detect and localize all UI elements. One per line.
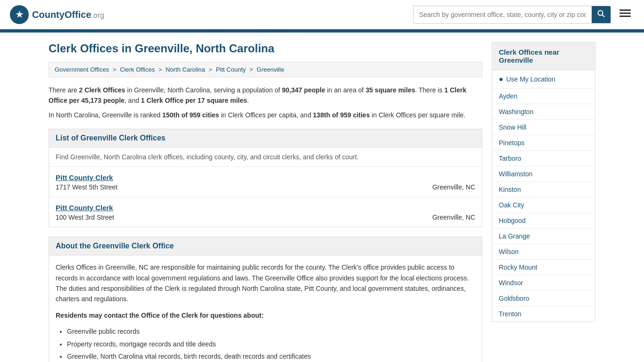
sidebar-item-washington: Washington: [492, 104, 595, 120]
list-desc: Find Greenville, North Carolina clerk of…: [49, 148, 482, 167]
clerk-address-2: 100 West 3rd Street: [56, 214, 114, 221]
sidebar-link-lagrange[interactable]: La Grange: [499, 232, 530, 240]
sidebar-item-wilson: Wilson: [492, 244, 595, 260]
list-section-header: List of Greenville Clerk Offices: [49, 129, 482, 148]
breadcrumb-sep3: >: [209, 66, 214, 73]
breadcrumb-nc[interactable]: North Carolina: [165, 66, 205, 73]
clerk-city-2: Greenville, NC: [432, 214, 475, 221]
sidebar-item-pinetops: Pinetops: [492, 135, 595, 151]
sidebar-link-wilson[interactable]: Wilson: [499, 248, 519, 255]
logo-text: CountyOffice.org: [32, 9, 104, 20]
sidebar-item-windsor: Windsor: [492, 275, 595, 291]
about-paragraph: Clerks Offices in Greenville, NC are res…: [56, 262, 475, 304]
header: ★ CountyOffice.org: [0, 0, 644, 31]
clerk-address-1: 1717 West 5th Street: [56, 183, 117, 191]
breadcrumb-sep1: >: [113, 66, 118, 73]
sidebar-item-kinston: Kinston: [492, 182, 595, 197]
list-section: Find Greenville, North Carolina clerk of…: [49, 148, 482, 227]
logo-area: ★ CountyOffice.org: [9, 5, 104, 25]
sidebar-link-pinetops[interactable]: Pinetops: [499, 139, 524, 147]
sidebar-item-oakcity: Oak City: [492, 197, 595, 213]
about-list: Greenville public records Property recor…: [56, 326, 475, 362]
breadcrumb-gov-offices[interactable]: Government Offices: [55, 66, 109, 73]
breadcrumb-clerk-offices[interactable]: Clerk Offices: [120, 66, 155, 73]
description: There are 2 Clerk Offices in Greenville,…: [49, 85, 482, 120]
list-item-2: Property records, mortgage records and t…: [67, 339, 475, 349]
content-wrapper: Clerk Offices in Greenville, North Carol…: [39, 33, 605, 362]
contact-header: Residents may contact the Office of the …: [56, 312, 264, 319]
main-content: Clerk Offices in Greenville, North Carol…: [49, 42, 482, 362]
sidebar-link-washington[interactable]: Washington: [499, 108, 533, 115]
sidebar-item-goldsboro: Goldsboro: [492, 291, 595, 306]
svg-text:★: ★: [16, 10, 24, 19]
svg-rect-6: [619, 16, 631, 17]
sidebar-link-snowhill[interactable]: Snow Hill: [499, 123, 526, 131]
header-right: [413, 6, 635, 24]
use-my-location-link[interactable]: Use My Location: [506, 75, 555, 83]
sidebar-link-windsor[interactable]: Windsor: [499, 279, 523, 287]
sidebar-header: Clerk Offices near Greenville: [492, 42, 595, 70]
breadcrumb: Government Offices > Clerk Offices > Nor…: [49, 62, 482, 77]
sidebar-link-kinston[interactable]: Kinston: [499, 186, 521, 193]
location-pin-icon: ●: [499, 75, 504, 83]
sidebar-link-ayden[interactable]: Ayden: [499, 92, 517, 100]
page-title: Clerk Offices in Greenville, North Carol…: [49, 42, 482, 55]
sidebar-link-oakcity[interactable]: Oak City: [499, 201, 524, 209]
sidebar-link-tarboro[interactable]: Tarboro: [499, 155, 521, 162]
clerk-entry-1: Pitt County Clerk 1717 West 5th Street G…: [49, 167, 482, 197]
search-icon: [597, 10, 605, 17]
breadcrumb-sep4: >: [249, 66, 255, 73]
sidebar-link-goldsboro[interactable]: Goldsboro: [499, 295, 529, 302]
sidebar-list: ● Use My Location Ayden Washington Snow …: [492, 70, 595, 322]
use-my-location-item: ● Use My Location: [492, 70, 595, 89]
breadcrumb-pitt[interactable]: Pitt County: [216, 66, 246, 73]
sidebar-item-lagrange: La Grange: [492, 229, 595, 244]
breadcrumb-greenville[interactable]: Greenville: [256, 66, 284, 73]
menu-button[interactable]: [616, 6, 635, 24]
sidebar-link-williamston[interactable]: Williamston: [499, 170, 533, 178]
svg-rect-5: [619, 13, 631, 14]
clerk-name-1[interactable]: Pitt County Clerk: [56, 173, 475, 181]
about-section: Clerks Offices in Greenville, NC are res…: [49, 255, 482, 362]
logo-icon: ★: [9, 5, 29, 25]
sidebar-item-williamston: Williamston: [492, 166, 595, 182]
svg-rect-4: [619, 9, 631, 11]
about-content: Clerks Offices in Greenville, NC are res…: [49, 255, 482, 362]
search-input[interactable]: [413, 7, 592, 22]
sidebar-link-trenton[interactable]: Trenton: [499, 310, 521, 318]
sidebar-item-trenton: Trenton: [492, 306, 595, 321]
clerk-name-2[interactable]: Pitt County Clerk: [56, 204, 475, 212]
sidebar-item-rockymount: Rocky Mount: [492, 260, 595, 275]
clerk-entry-2: Pitt County Clerk 100 West 3rd Street Gr…: [49, 197, 482, 227]
sidebar-item-ayden: Ayden: [492, 89, 595, 104]
svg-line-3: [603, 15, 605, 17]
about-section-header: About the Greenville Clerk Office: [49, 237, 482, 255]
sidebar-item-snowhill: Snow Hill: [492, 120, 595, 135]
svg-point-2: [598, 11, 603, 16]
sidebar-link-hobgood[interactable]: Hobgood: [499, 217, 526, 224]
breadcrumb-sep2: >: [158, 66, 164, 73]
sidebar-link-rockymount[interactable]: Rocky Mount: [499, 263, 537, 271]
list-item-3: Greenville, North Carolina vital records…: [67, 351, 475, 362]
sidebar-item-hobgood: Hobgood: [492, 213, 595, 229]
search-container: [413, 6, 611, 24]
hamburger-icon: [619, 8, 631, 19]
search-button[interactable]: [592, 6, 611, 23]
sidebar: Clerk Offices near Greenville ● Use My L…: [492, 42, 595, 362]
clerk-city-1: Greenville, NC: [432, 183, 475, 191]
list-item-1: Greenville public records: [67, 326, 475, 337]
sidebar-item-tarboro: Tarboro: [492, 151, 595, 166]
